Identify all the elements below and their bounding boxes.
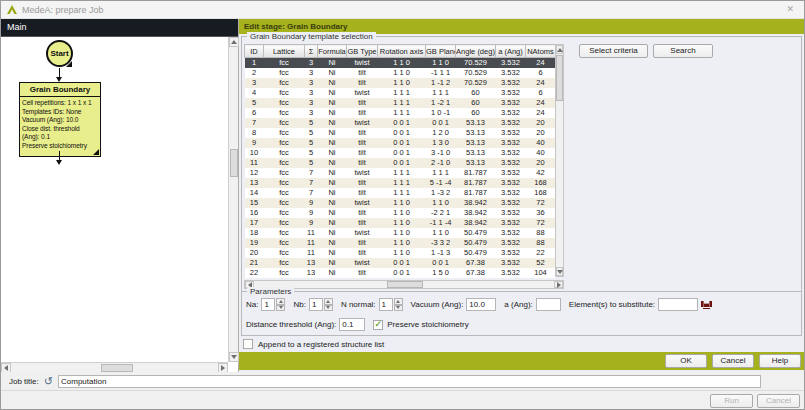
nb-input[interactable] (309, 298, 323, 311)
distance-threshold-input[interactable] (339, 318, 365, 331)
close-icon[interactable]: ✕ (786, 4, 794, 14)
append-structure-checkbox[interactable] (243, 339, 253, 349)
preserve-stoichiometry-checkbox[interactable]: ✓ (373, 320, 383, 330)
select-criteria-button[interactable]: Select criteria (579, 44, 648, 58)
table-row[interactable]: 13fcc7Nitilt 1 1 15 -1 -481.7873.532168 (245, 178, 556, 188)
medea-prepare-job-window: MedeA: prepare Job ✕ Main Start Grain Bo… (0, 0, 805, 410)
ok-button[interactable]: OK (665, 354, 707, 368)
bottom-bar: Run Cancel (1, 390, 804, 410)
window-title: MedeA: prepare Job (22, 5, 104, 15)
scroll-down-icon[interactable] (229, 352, 239, 362)
table-row[interactable]: 21fcc13Nitwist 0 0 10 0 167.383.53252 (245, 258, 556, 268)
gb-template-table: IDLatticeΣFormulaGB TypeRotation axisGB … (244, 44, 556, 278)
column-header[interactable]: GB Plane (426, 45, 456, 58)
table-row[interactable]: 4fcc3Nitwist 1 1 11 1 1603.5326 (245, 88, 556, 98)
connector-line (59, 68, 60, 77)
canvas-vscrollbar[interactable] (228, 37, 238, 362)
table-row[interactable]: 11fcc5Nitilt 0 0 12 -1 053.133.53220 (245, 158, 556, 168)
column-header[interactable]: Angle (deg) (456, 45, 496, 58)
substitute-label: Element(s) to substitute: (569, 300, 655, 309)
table-row[interactable]: 1fcc3Nitwist 1 1 01 1 070.5293.53224 (245, 58, 556, 68)
table-row[interactable]: 3fcc3Nitilt 1 1 01 -1 270.5293.53224 (245, 78, 556, 88)
job-title-input[interactable] (58, 375, 761, 388)
run-button[interactable]: Run (710, 394, 753, 408)
table-row[interactable]: 14fcc7Nitilt 1 1 11 -3 281.7873.532168 (245, 188, 556, 198)
cancel-button[interactable]: Cancel (712, 354, 754, 368)
table-row[interactable]: 12fcc7Nitwist 1 1 11 1 181.7873.53242 (245, 168, 556, 178)
scroll-up-icon[interactable] (556, 45, 563, 54)
spinner-down-icon[interactable] (324, 305, 333, 312)
scroll-right-icon[interactable] (554, 281, 563, 288)
column-header[interactable]: GB Type (347, 45, 378, 58)
n-normal-input[interactable] (379, 298, 393, 311)
spinner-down-icon[interactable] (394, 305, 403, 312)
edit-stage-panel: Edit stage: Grain Boundary Grain Boundar… (239, 19, 805, 372)
na-input[interactable] (261, 298, 275, 311)
column-header[interactable]: ID (245, 45, 264, 58)
table-row[interactable]: 16fcc9Nitilt 1 1 0-2 2 138.9423.53236 (245, 208, 556, 218)
table-row[interactable]: 8fcc5Nitilt 0 0 11 2 053.133.53220 (245, 128, 556, 138)
table-row[interactable]: 10fcc5Nitilt 0 0 13 -1 053.133.53240 (245, 148, 556, 158)
node-connector-handle-icon[interactable] (66, 61, 72, 67)
table-row[interactable]: 5fcc3Nitilt 1 1 11 -2 1603.53224 (245, 98, 556, 108)
vacuum-input[interactable] (466, 298, 496, 311)
parameters-group-label: Parameters (247, 287, 294, 296)
append-row: Append to a registered structure list (243, 339, 384, 349)
table-vscrollbar[interactable] (555, 44, 564, 277)
vacuum-label: Vacuum (Ang): (411, 300, 464, 309)
workflow-panel: Main Start Grain Boundary Cell repetitio… (1, 19, 239, 372)
grain-boundary-node[interactable]: Grain Boundary Cell repetitions: 1 x 1 x… (19, 82, 101, 157)
run-cancel-button[interactable]: Cancel (757, 394, 800, 408)
parameters-group: Parameters Na: Nb: N normal: Vacuum (Ang… (241, 291, 802, 336)
table-row[interactable]: 6fcc3Nitilt 1 1 11 0 -1603.53224 (245, 108, 556, 118)
workflow-canvas[interactable]: Start Grain Boundary Cell repetitions: 1… (1, 36, 238, 372)
help-button[interactable]: Help (759, 354, 801, 368)
template-selection-group: Grain Boundary template selection IDLatt… (241, 36, 802, 292)
n-normal-label: N normal: (341, 300, 376, 309)
canvas-hscrollbar[interactable] (1, 362, 228, 372)
n-normal-stepper (394, 298, 403, 311)
substitute-input[interactable] (658, 298, 698, 311)
template-selection-group-label: Grain Boundary template selection (247, 32, 376, 41)
column-header[interactable]: Rotation axis (378, 45, 426, 58)
vscroll-thumb[interactable] (230, 149, 238, 177)
table-header-row: IDLatticeΣFormulaGB TypeRotation axisGB … (245, 45, 556, 58)
job-title-label: Job title: (9, 377, 39, 386)
table-row[interactable]: 19fcc11Nitilt 1 1 0-3 3 250.4793.53288 (245, 238, 556, 248)
node-parameter-line: Preserve stoichiometry (20, 142, 100, 151)
nb-stepper (324, 298, 333, 311)
column-header[interactable]: Formula (318, 45, 347, 58)
table-row[interactable]: 2fcc3Nitilt 1 1 0-1 1 170.5293.5326 (245, 68, 556, 78)
spinner-down-icon[interactable] (276, 305, 285, 312)
table-row[interactable]: 17fcc9Nitilt 1 1 0-1 1 -438.9423.53272 (245, 218, 556, 228)
distance-threshold-label: Distance threshold (Ang): (246, 320, 336, 329)
hscroll-thumb[interactable] (101, 364, 133, 372)
periodic-table-icon[interactable] (701, 301, 712, 309)
vscroll-thumb[interactable] (556, 55, 563, 101)
column-header[interactable]: NAtoms (526, 45, 556, 58)
gb-table-body: 1fcc3Nitwist 1 1 01 1 070.5293.53224 2fc… (245, 58, 556, 278)
search-button[interactable]: Search (653, 44, 713, 58)
table-row[interactable]: 20fcc11Nitilt 1 1 01 -1 350.4793.53222 (245, 248, 556, 258)
na-label: Na: (246, 300, 258, 309)
dialog-button-bar: OK Cancel Help (239, 352, 805, 370)
scroll-up-icon[interactable] (229, 37, 239, 47)
medea-logo-icon (7, 5, 17, 15)
column-header[interactable]: a (Ang) (496, 45, 526, 58)
table-row[interactable]: 7fcc5Nitwist 0 0 10 0 153.133.53220 (245, 118, 556, 128)
column-header[interactable]: Lattice (264, 45, 305, 58)
reset-job-title-icon[interactable]: ↺ (44, 376, 53, 386)
scroll-down-icon[interactable] (556, 267, 563, 276)
hscroll-thumb[interactable] (387, 281, 423, 288)
table-row[interactable]: 15fcc9Nitwist 1 1 01 1 038.9423.53272 (245, 198, 556, 208)
title-bar: MedeA: prepare Job ✕ (1, 1, 804, 19)
table-row[interactable]: 22fcc13Nitilt 0 0 11 5 067.383.532104 (245, 268, 556, 278)
a-ang-input[interactable] (536, 298, 561, 311)
node-parameter-line: Vacuum (Ang): 10.0 (20, 116, 100, 125)
node-parameter-line: Close dist. threshold (Ang): 0.1 (20, 125, 100, 142)
node-parameter-line: Templates IDs: None (20, 108, 100, 117)
column-header[interactable]: Σ (305, 45, 318, 58)
node-resize-handle-icon[interactable] (93, 149, 99, 155)
table-row[interactable]: 9fcc5Nitilt 0 0 11 3 053.133.53240 (245, 138, 556, 148)
table-row[interactable]: 18fcc11Nitwist 1 1 01 1 050.4793.53288 (245, 228, 556, 238)
